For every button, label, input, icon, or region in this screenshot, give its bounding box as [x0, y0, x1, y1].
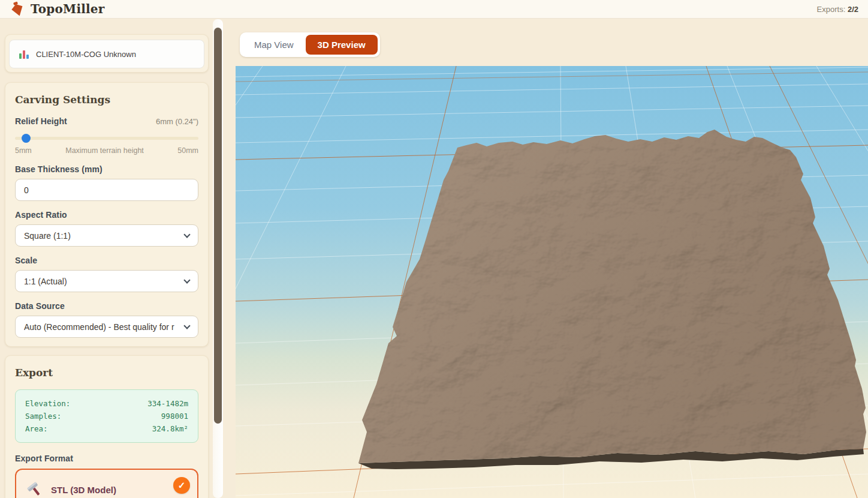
carving-tool-icon	[10, 1, 25, 17]
app-title: TopoMiller	[31, 2, 104, 16]
file-item[interactable]: CLIENT-10M-COG Unknown	[9, 40, 204, 68]
relief-height-scale: 5mm Maximum terrain height 50mm	[15, 146, 198, 155]
stat-value: 998001	[161, 410, 188, 422]
scale-value: 1:1 (Actual)	[24, 277, 180, 286]
relief-height-value: 6mm (0.24")	[156, 117, 198, 126]
carving-settings-title: Carving Settings	[15, 94, 198, 106]
scale-select[interactable]: 1:1 (Actual)	[15, 270, 198, 292]
chevron-down-icon	[183, 322, 190, 329]
aspect-ratio-value: Square (1:1)	[24, 231, 180, 241]
view-tabs: Map View 3D Preview	[240, 32, 380, 57]
exports-counter: Exports: 2/2	[817, 5, 858, 14]
3d-preview-canvas[interactable]	[236, 66, 868, 498]
format-option-stl[interactable]: STL (3D Model) ✓	[15, 469, 198, 498]
exports-label: Exports:	[817, 5, 846, 14]
stat-samples: Samples: 998001	[25, 410, 188, 422]
export-panel: Export Elevation: 334-1482m Samples: 998…	[5, 355, 209, 498]
exports-count: 2/2	[848, 5, 858, 14]
slider-max-label: 50mm	[177, 146, 198, 155]
tab-3d-preview[interactable]: 3D Preview	[306, 35, 378, 55]
data-source-label: Data Source	[15, 301, 198, 311]
stat-value: 324.8km²	[152, 422, 188, 435]
sidebar-scrollbar-thumb[interactable]	[214, 28, 222, 424]
base-thickness-input[interactable]	[15, 179, 198, 201]
slider-thumb[interactable]	[22, 134, 31, 143]
stat-label: Area:	[25, 422, 48, 435]
app-header: TopoMiller Exports: 2/2	[0, 0, 868, 19]
stat-label: Elevation:	[25, 397, 70, 410]
slider-min-label: 5mm	[15, 146, 32, 155]
stat-elevation: Elevation: 334-1482m	[25, 397, 188, 410]
stat-label: Samples:	[25, 410, 61, 422]
base-thickness-label: Base Thickness (mm)	[15, 164, 198, 174]
file-name: CLIENT-10M-COG Unknown	[36, 50, 136, 59]
scale-label: Scale	[15, 256, 198, 265]
relief-height-slider[interactable]	[15, 133, 198, 143]
relief-height-label: Relief Height	[15, 116, 67, 126]
format-option-label: STL (3D Model)	[51, 485, 116, 495]
slider-track[interactable]	[15, 137, 198, 140]
brand: TopoMiller	[10, 1, 104, 17]
stat-value: 334-1482m	[147, 397, 188, 410]
check-icon: ✓	[173, 477, 190, 494]
aspect-ratio-select[interactable]: Square (1:1)	[15, 224, 198, 247]
data-source-select[interactable]: Auto (Recommended) - Best quality for r	[15, 316, 198, 338]
export-format-label: Export Format	[15, 454, 198, 463]
chevron-down-icon	[183, 277, 190, 283]
stat-area: Area: 324.8km²	[25, 422, 188, 435]
data-source-value: Auto (Recommended) - Best quality for r	[24, 322, 180, 332]
sidebar-scrollbar[interactable]	[213, 19, 223, 498]
slider-hint-label: Maximum terrain height	[65, 146, 144, 155]
loaded-file-card: CLIENT-10M-COG Unknown	[5, 34, 209, 73]
export-title: Export	[15, 367, 198, 379]
carving-settings-panel: Carving Settings Relief Height 6mm (0.24…	[5, 82, 209, 347]
bar-chart-icon	[19, 50, 29, 59]
tab-map-view[interactable]: Map View	[242, 35, 306, 55]
aspect-ratio-label: Aspect Ratio	[15, 210, 198, 220]
hammer-icon	[27, 482, 43, 497]
terrain-stats-box: Elevation: 334-1482m Samples: 998001 Are…	[15, 389, 198, 443]
chevron-down-icon	[183, 231, 190, 238]
